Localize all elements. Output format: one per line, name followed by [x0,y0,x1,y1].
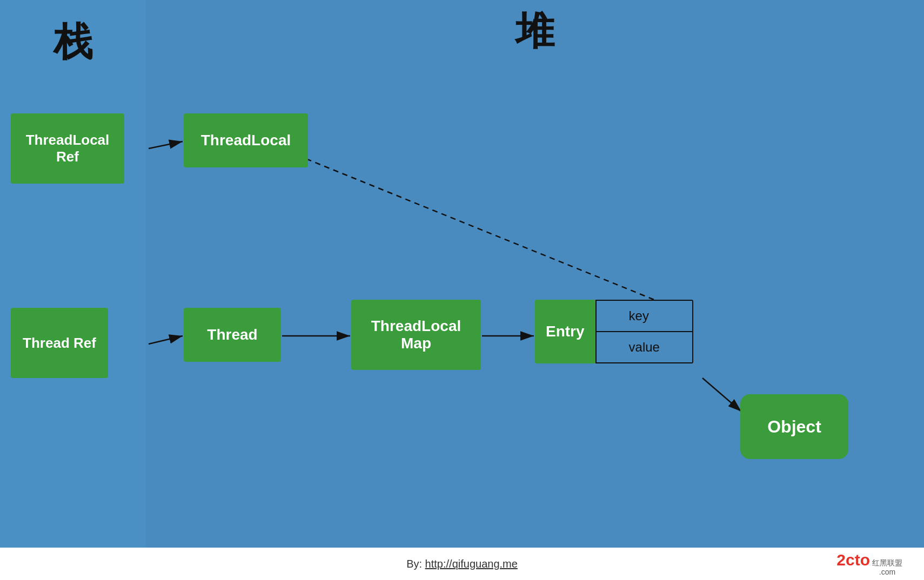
svg-line-7 [271,145,681,311]
svg-line-3 [149,336,183,344]
brand-logo: 2cto 红黑联盟.com [836,551,902,577]
footer-link[interactable]: http://qifuguang.me [425,558,518,570]
heap-threadlocalmap-label: ThreadLocal Map [363,318,469,352]
heap-threadlocalmap-box: ThreadLocal Map [351,300,481,370]
heap-title: 堆 [146,5,924,57]
entry-value-cell: value [597,332,692,362]
heap-panel: 堆 [146,0,924,548]
brand-tagline: 红黑联盟.com [872,558,902,577]
stack-panel: 栈 ThreadLocal Ref Thread Ref [0,0,146,548]
stack-threadlocal-ref-box: ThreadLocal Ref [11,113,124,184]
svg-line-6 [702,378,741,412]
footer: By: http://qifuguang.me 2cto 红黑联盟.com [0,548,924,580]
entry-label: Entry [535,300,597,363]
entry-key-cell: key [597,301,692,332]
entry-container: Entry key value [535,300,693,363]
footer-credit: By: http://qifuguang.me [406,558,518,570]
heap-thread-label: Thread [207,326,257,343]
stack-thread-ref-label: Thread Ref [23,335,96,352]
stack-title: 栈 [53,16,92,68]
main-container: 栈 ThreadLocal Ref Thread Ref 堆 [0,0,924,580]
stack-threadlocal-ref-label: ThreadLocal Ref [23,132,112,165]
heap-object-label: Object [767,417,821,437]
diagram-area: 栈 ThreadLocal Ref Thread Ref 堆 [0,0,924,548]
heap-object-box: Object [740,394,848,459]
stack-thread-ref-box: Thread Ref [11,308,108,378]
heap-threadlocal-label: ThreadLocal [201,132,291,149]
heap-threadlocal-box: ThreadLocal [184,113,308,167]
svg-line-2 [149,141,183,149]
arrows-svg [146,0,924,548]
heap-thread-box: Thread [184,308,281,362]
entry-kv: key value [597,300,693,363]
brand-2cto: 2cto [836,551,870,569]
